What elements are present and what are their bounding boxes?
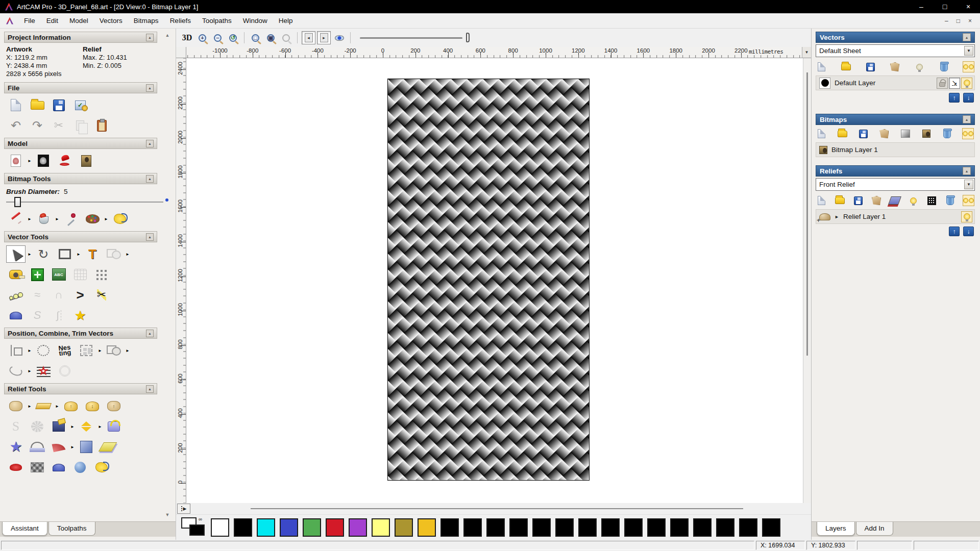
nesting-button[interactable]: Nesting: [55, 342, 75, 359]
block-copy-button[interactable]: [92, 266, 111, 283]
open-vector-layer-button[interactable]: [840, 61, 851, 72]
vector-layer-row[interactable]: Default Layer ↘: [816, 76, 975, 90]
fit-arcs-button[interactable]: ∩: [49, 286, 68, 304]
move-layer-down-button[interactable]: ↓: [963, 93, 974, 103]
fit-polyline-button[interactable]: ≈: [28, 286, 47, 304]
tab-toolpaths[interactable]: Toolpaths: [48, 522, 95, 536]
dropdown-arrow-icon[interactable]: ▼: [964, 180, 973, 189]
snap-to-layer-button[interactable]: ↘: [949, 78, 960, 89]
flyout-arrow-icon[interactable]: ►: [126, 252, 130, 257]
turn-relief-button[interactable]: [49, 438, 68, 456]
extrude-relief-button[interactable]: [49, 459, 68, 476]
minimize-button[interactable]: –: [910, 0, 933, 13]
preferences-button[interactable]: ✓: [70, 96, 90, 114]
star-wizard-button[interactable]: ★: [70, 307, 90, 324]
vertical-scrollbar-thumb[interactable]: [806, 72, 808, 356]
select-vectors-button[interactable]: [6, 245, 26, 263]
undo-button[interactable]: ↶: [6, 117, 26, 134]
star-relief-button[interactable]: ★: [6, 438, 26, 456]
tab-layers[interactable]: Layers: [817, 522, 855, 536]
relief-preview-button[interactable]: [926, 195, 937, 206]
vector-layer-name[interactable]: Default Layer: [835, 79, 875, 87]
palette-swatch-0[interactable]: [211, 518, 229, 537]
vertical-scrollbar[interactable]: [803, 58, 811, 503]
menu-help[interactable]: Help: [273, 14, 299, 27]
transform-vectors-button[interactable]: ↻: [34, 245, 53, 263]
dropdown-arrow-icon[interactable]: ▼: [964, 46, 973, 56]
toggle-bitmap-visibility-button[interactable]: ◂: [302, 31, 315, 44]
panel-scroll-up-button[interactable]: ▲: [163, 32, 172, 39]
delete-bitmap-layer-button[interactable]: [942, 128, 953, 139]
menu-bitmaps[interactable]: Bitmaps: [128, 14, 164, 27]
open-model-button[interactable]: [28, 96, 47, 114]
measure-button[interactable]: [6, 266, 26, 283]
move-relief-up-button[interactable]: ↑: [949, 227, 960, 236]
colour-picker-button[interactable]: [61, 210, 81, 228]
transfer-relief-button[interactable]: [889, 195, 900, 206]
save-relief-layer-button[interactable]: [852, 195, 864, 206]
flyout-arrow-icon[interactable]: ►: [28, 159, 32, 163]
menu-vectors[interactable]: Vectors: [94, 14, 128, 27]
mdi-restore-button[interactable]: □: [957, 17, 960, 24]
move-layer-up-button[interactable]: ↑: [949, 93, 960, 103]
greyscale-view-button[interactable]: [34, 152, 53, 169]
sheet-selector[interactable]: Default Sheet ▼: [816, 44, 975, 57]
save-model-button[interactable]: [49, 96, 68, 114]
texture-area-button[interactable]: [77, 438, 96, 456]
zoom-out-button[interactable]: –: [211, 31, 225, 44]
palette-swatch-1[interactable]: [234, 518, 252, 537]
merge-bitmap-layers-button[interactable]: [878, 128, 890, 139]
two-rail-sweep-button[interactable]: [28, 438, 47, 456]
palette-swatch-10[interactable]: [440, 518, 459, 537]
slider-handle[interactable]: [14, 197, 21, 207]
horizontal-scrollbar[interactable]: [190, 504, 811, 514]
dome-relief-button[interactable]: [6, 459, 26, 476]
flyout-arrow-icon[interactable]: ►: [28, 217, 32, 221]
sphere-relief-button[interactable]: [70, 459, 90, 476]
palette-swatch-16[interactable]: [578, 518, 597, 537]
save-bitmap-layer-button[interactable]: [857, 128, 869, 139]
slice-relief-button[interactable]: [98, 438, 117, 456]
palette-swatch-18[interactable]: [624, 518, 643, 537]
horizontal-scrollbar-thumb[interactable]: [251, 508, 743, 509]
mdi-close-button[interactable]: ×: [968, 17, 972, 24]
texture-relief-button[interactable]: [28, 418, 47, 435]
spiral-button[interactable]: [55, 362, 75, 380]
palette-swatch-22[interactable]: [716, 518, 734, 537]
collapse-section-button[interactable]: ▲: [146, 140, 154, 147]
merge-vector-layers-button[interactable]: [889, 61, 900, 72]
weld-vectors-button[interactable]: [104, 342, 124, 359]
palette-swatch-24[interactable]: [762, 518, 780, 537]
expand-layer-icon[interactable]: ►: [835, 214, 839, 219]
brush-diameter-slider[interactable]: [6, 196, 168, 208]
create-rectangle-button[interactable]: [55, 245, 75, 263]
shape-editor-button[interactable]: [6, 397, 26, 415]
show-all-relief-layers-button[interactable]: [963, 195, 974, 206]
mdi-minimize-button[interactable]: –: [945, 17, 948, 24]
spin-profile-button[interactable]: [6, 307, 26, 324]
cut-button[interactable]: ✂: [49, 117, 68, 134]
zoom-object-button[interactable]: [279, 31, 293, 44]
palette-swatch-23[interactable]: [739, 518, 757, 537]
text-on-curve-button[interactable]: [34, 342, 53, 359]
vector-library-button[interactable]: ABC: [49, 266, 68, 283]
flyout-arrow-icon[interactable]: ►: [28, 404, 32, 409]
primary-secondary-colours[interactable]: ∞: [181, 516, 211, 539]
flyout-arrow-icon[interactable]: ►: [77, 252, 81, 257]
collapse-section-button[interactable]: ▲: [146, 84, 154, 92]
ruler-options-button[interactable]: ▼: [802, 47, 811, 58]
delete-relief-layer-button[interactable]: [944, 195, 955, 206]
extend-curve-button[interactable]: S: [28, 307, 47, 324]
align-vectors-button[interactable]: [6, 342, 26, 359]
layer-visibility-button[interactable]: [961, 78, 972, 89]
measure-tool-button[interactable]: [104, 245, 124, 263]
delete-vector-layer-button[interactable]: [938, 61, 949, 72]
open-relief-layer-button[interactable]: [834, 195, 845, 206]
move-relief-down-button[interactable]: ↓: [963, 227, 974, 236]
bitmap-preview-button[interactable]: [921, 128, 932, 139]
menu-edit[interactable]: Edit: [41, 14, 64, 27]
bitmap-layer-row[interactable]: Bitmap Layer 1: [816, 142, 975, 157]
weave-wizard-button[interactable]: [28, 459, 47, 476]
relief-selector[interactable]: Front Relief ▼: [816, 178, 975, 191]
collapse-section-button[interactable]: ▲: [146, 233, 154, 241]
